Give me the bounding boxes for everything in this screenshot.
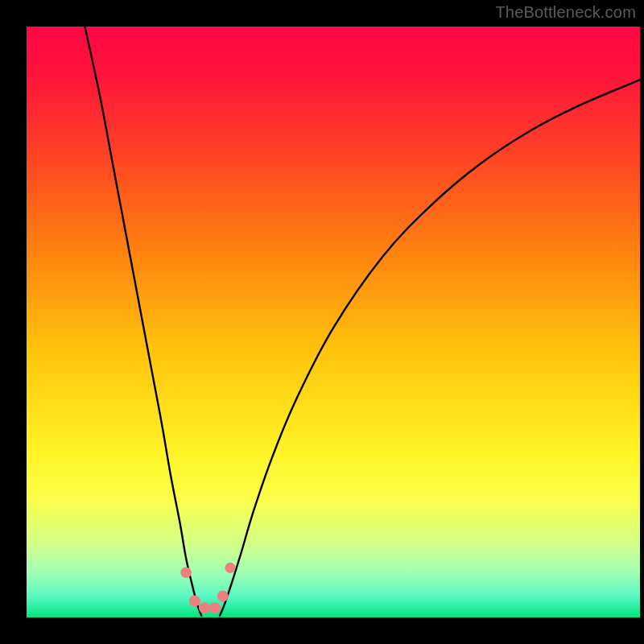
bottleneck-gradient-plot	[27, 27, 640, 617]
valley-dot	[199, 602, 210, 613]
valley-dot	[180, 567, 192, 578]
valley-dot	[217, 591, 229, 602]
plot-svg	[27, 27, 640, 617]
valley-dot	[189, 595, 200, 606]
gradient-background	[27, 27, 640, 617]
watermark-label: TheBottleneck.com	[495, 3, 636, 22]
valley-dot	[225, 563, 235, 573]
valley-dot	[209, 602, 221, 613]
chart-frame: TheBottleneck.com	[0, 0, 644, 644]
